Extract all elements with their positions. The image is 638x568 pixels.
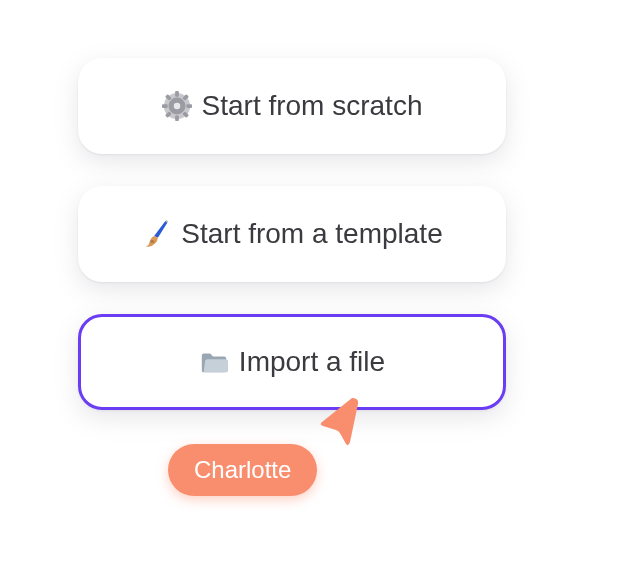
option-label: Import a file — [239, 346, 385, 378]
gear-icon — [162, 91, 192, 121]
svg-point-2 — [173, 103, 180, 110]
option-import-file[interactable]: Import a file — [78, 314, 506, 410]
svg-rect-4 — [175, 115, 179, 121]
svg-rect-5 — [162, 104, 168, 108]
collaborator-cursor-icon — [316, 396, 366, 446]
option-label: Start from a template — [181, 218, 442, 250]
svg-point-11 — [150, 240, 154, 243]
brush-icon — [141, 219, 171, 249]
svg-rect-3 — [175, 91, 179, 97]
collaborator-name-badge: Charlotte — [168, 444, 317, 496]
svg-rect-6 — [186, 104, 192, 108]
onboarding-option-picker: Start from scratch Start from a template… — [0, 0, 638, 568]
option-label: Start from scratch — [202, 90, 423, 122]
option-start-from-scratch[interactable]: Start from scratch — [78, 58, 506, 154]
collaborator-name: Charlotte — [194, 456, 291, 483]
folder-icon — [199, 347, 229, 377]
option-start-from-template[interactable]: Start from a template — [78, 186, 506, 282]
